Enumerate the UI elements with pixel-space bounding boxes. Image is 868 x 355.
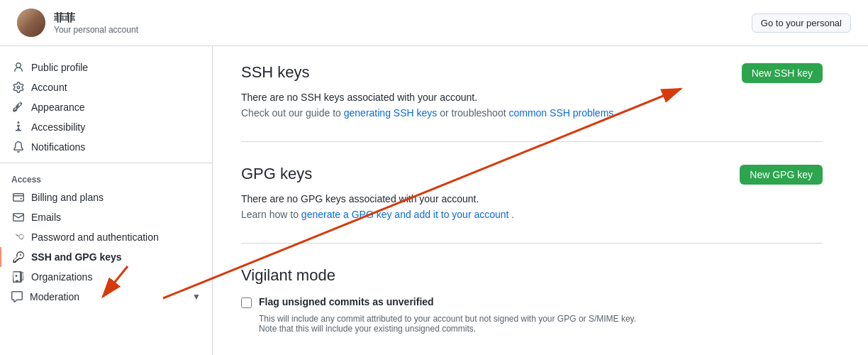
user-subtitle: Your personal account	[54, 25, 138, 35]
access-section-label: Access	[0, 169, 212, 187]
gpg-section-header: GPG keys New GPG key	[241, 165, 823, 185]
gpg-section-link: Learn how to generate a GPG key and add …	[241, 209, 823, 220]
avatar	[17, 9, 45, 37]
moderation-icon	[11, 291, 23, 302]
shield-icon	[13, 231, 24, 243]
sidebar-item-public-profile[interactable]: Public profile	[0, 58, 212, 77]
go-to-personal-button[interactable]: Go to your personal	[752, 13, 851, 33]
sidebar-item-billing[interactable]: Billing and plans	[0, 187, 212, 207]
sidebar-item-account[interactable]: Account	[0, 77, 212, 97]
gpg-keys-section: GPG keys New GPG key There are no GPG ke…	[241, 165, 823, 244]
main-content: SSH keys New SSH key There are no SSH ke…	[213, 46, 851, 355]
top-bar-right: Go to your personal	[752, 13, 851, 33]
flag-unsigned-commits-sublabel: This will include any commit attributed …	[259, 314, 823, 334]
sidebar-item-moderation[interactable]: Moderation ▼	[0, 287, 212, 307]
vigilant-mode-section: Vigilant mode Flag unsigned commits as u…	[241, 266, 823, 355]
sidebar-divider	[0, 163, 212, 163]
flag-unsigned-commits-label[interactable]: Flag unsigned commits as unverified	[259, 296, 434, 307]
sidebar-item-label: SSH and GPG keys	[31, 251, 122, 263]
sidebar-item-label: Billing and plans	[31, 192, 104, 203]
mail-icon	[13, 212, 24, 223]
credit-card-icon	[13, 192, 24, 203]
sidebar-item-organizations[interactable]: Organizations	[0, 267, 212, 287]
accessibility-icon	[13, 121, 24, 133]
sidebar: Public profile Account Appearance Access…	[0, 46, 213, 355]
paintbrush-icon	[13, 102, 24, 113]
vigilant-mode-title: Vigilant mode	[241, 266, 823, 285]
sidebar-item-label: Notifications	[31, 141, 85, 153]
bell-icon	[13, 141, 24, 153]
ssh-section-desc: There are no SSH keys associated with yo…	[241, 92, 823, 103]
key-icon	[13, 251, 24, 263]
ssh-keys-section: SSH keys New SSH key There are no SSH ke…	[241, 63, 823, 142]
common-ssh-problems-link[interactable]: common SSH problems	[508, 107, 613, 119]
user-info-area: 菲菲 Your personal account	[17, 9, 138, 37]
sidebar-item-label: Emails	[31, 212, 61, 223]
username: 菲菲	[54, 11, 138, 25]
org-icon	[13, 271, 24, 283]
sidebar-item-notifications[interactable]: Notifications	[0, 137, 212, 157]
gpg-section-desc: There are no GPG keys associated with yo…	[241, 193, 823, 204]
ssh-section-link: Check out our guide to generating SSH ke…	[241, 107, 823, 119]
ssh-section-title: SSH keys	[241, 63, 310, 82]
sidebar-item-label: Password and authentication	[31, 231, 159, 243]
generating-ssh-keys-link[interactable]: generating SSH keys	[344, 107, 438, 119]
sidebar-item-label: Accessibility	[31, 121, 85, 133]
chevron-down-icon: ▼	[192, 292, 201, 302]
sidebar-item-label: Moderation	[30, 291, 79, 302]
sidebar-item-label: Account	[31, 82, 67, 93]
gear-icon	[13, 82, 24, 93]
sidebar-item-label: Public profile	[31, 62, 88, 73]
flag-unsigned-commits-checkbox[interactable]	[241, 297, 252, 308]
new-ssh-key-button[interactable]: New SSH key	[742, 63, 823, 83]
sidebar-item-label: Organizations	[31, 271, 92, 283]
top-bar: 菲菲 Your personal account Go to your pers…	[0, 0, 868, 46]
generate-gpg-key-link[interactable]: generate a GPG key and add it to your ac…	[301, 209, 509, 220]
ssh-section-header: SSH keys New SSH key	[241, 63, 823, 83]
person-icon	[13, 62, 24, 73]
new-gpg-key-button[interactable]: New GPG key	[740, 165, 823, 185]
sidebar-item-ssh-gpg[interactable]: SSH and GPG keys	[0, 247, 212, 267]
sidebar-item-password-auth[interactable]: Password and authentication	[0, 227, 212, 247]
flag-unsigned-commits-row: Flag unsigned commits as unverified	[241, 296, 823, 308]
sidebar-item-label: Appearance	[31, 102, 85, 113]
sidebar-item-emails[interactable]: Emails	[0, 207, 212, 227]
gpg-section-title: GPG keys	[241, 165, 312, 183]
user-details: 菲菲 Your personal account	[54, 11, 138, 35]
sidebar-item-accessibility[interactable]: Accessibility	[0, 117, 212, 137]
sidebar-item-appearance[interactable]: Appearance	[0, 97, 212, 117]
